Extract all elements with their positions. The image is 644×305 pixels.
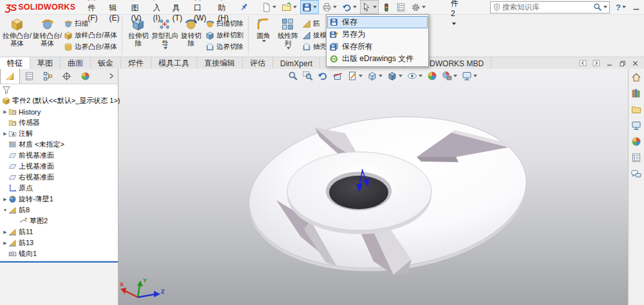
file-explorer-icon[interactable]: [630, 104, 643, 115]
dimxpert-manager-tab[interactable]: [57, 68, 76, 84]
part-menu[interactable]: 零件2: [445, 0, 464, 29]
expand-arrow[interactable]: ▶: [2, 241, 8, 246]
hide-show-items-caret[interactable]: [419, 75, 422, 77]
fillet-caret[interactable]: [262, 40, 266, 42]
tree-root[interactable]: 零件2 (默认<<默认>_显示状态 1>): [0, 95, 118, 106]
doc-forward-icon[interactable]: [592, 59, 600, 67]
search-input[interactable]: [501, 3, 593, 12]
shell-button[interactable]: 抽壳: [302, 41, 327, 52]
extrude-boss-button[interactable]: 拉伸凸台/基体: [2, 15, 32, 55]
previous-view-icon[interactable]: [317, 70, 328, 82]
draft-button[interactable]: 拔模: [302, 30, 327, 41]
design-library-icon[interactable]: [630, 88, 643, 99]
linear-pattern-button[interactable]: 线性阵列: [275, 15, 301, 55]
save-caret[interactable]: [313, 6, 317, 8]
display-manager-tab[interactable]: [76, 68, 95, 84]
view-settings-caret[interactable]: [473, 75, 477, 77]
search-box[interactable]: [490, 1, 610, 14]
feature-tree-tab[interactable]: [0, 68, 20, 84]
graphics-viewport[interactable]: X Y Z: [118, 68, 628, 305]
property-manager-tab[interactable]: [20, 68, 39, 84]
home-icon[interactable]: [630, 71, 643, 83]
section-view-icon[interactable]: [332, 70, 343, 82]
doc-restore-icon[interactable]: [619, 60, 626, 67]
print-button[interactable]: [320, 0, 339, 14]
help-caret[interactable]: [622, 6, 626, 8]
menu-insert[interactable]: 插入(I): [147, 0, 167, 24]
zoom-to-area-icon[interactable]: [302, 70, 314, 82]
boundary-cut-button[interactable]: 边界切除: [205, 41, 243, 52]
menu-tools[interactable]: 工具(T): [167, 0, 188, 24]
undo-button[interactable]: [340, 0, 359, 14]
view-settings-icon[interactable]: [461, 70, 478, 82]
tree-item-sensors[interactable]: 传感器: [0, 117, 118, 128]
tree-item-sketch2[interactable]: 草图2: [0, 216, 118, 226]
menu-help[interactable]: 帮助(H): [212, 0, 234, 24]
rebuild-button[interactable]: [380, 0, 393, 14]
3d-model-disc-part[interactable]: X Y Z: [118, 68, 628, 305]
view-palette-icon[interactable]: [630, 120, 643, 131]
print-caret[interactable]: [333, 6, 337, 8]
tree-item-history[interactable]: ▶History: [0, 106, 118, 117]
pin-icon[interactable]: [240, 3, 249, 12]
tree-item-top-plane[interactable]: 上视基准面: [0, 161, 118, 172]
save-button[interactable]: [300, 0, 319, 14]
tab-weldments[interactable]: 焊件: [121, 57, 151, 69]
forum-icon[interactable]: [630, 168, 643, 180]
tab-direct-editing[interactable]: 直接编辑: [197, 57, 243, 69]
menu-item-save-as[interactable]: 另存为: [327, 28, 428, 41]
expand-arrow[interactable]: ▶: [2, 197, 8, 202]
undo-caret[interactable]: [353, 6, 357, 8]
apply-scene-caret[interactable]: [453, 75, 457, 77]
panel-expand-button[interactable]: [108, 68, 118, 84]
select-caret[interactable]: [373, 6, 377, 8]
menu-view[interactable]: 视图(V): [126, 0, 147, 24]
select-button[interactable]: [360, 0, 379, 14]
loft-boss-button[interactable]: 放样凸台/基体: [64, 30, 117, 41]
annotation-view-caret[interactable]: [359, 75, 363, 77]
expand-arrow[interactable]: ▶: [2, 230, 8, 235]
tab-dimxpert[interactable]: DimXpert: [273, 57, 320, 69]
menu-item-publish-edrawings[interactable]: 出版 eDrawings 文件: [327, 53, 428, 65]
menu-edit[interactable]: 编辑(E): [104, 0, 126, 24]
new-document-caret[interactable]: [272, 6, 276, 8]
linear-pattern-caret[interactable]: [287, 47, 290, 50]
rib-button[interactable]: 筋: [302, 18, 327, 29]
tree-item-material[interactable]: 材质 <未指定>: [0, 139, 118, 150]
tree-item-mirror1[interactable]: 镜向1: [0, 248, 118, 259]
loft-cut-button[interactable]: 放样切割: [205, 30, 243, 41]
apply-scene-icon[interactable]: [441, 70, 458, 82]
menu-item-save-all[interactable]: 保存所有: [327, 41, 428, 53]
hide-show-items-icon[interactable]: [406, 70, 423, 82]
doc-back-icon[interactable]: [579, 59, 587, 67]
expand-arrow[interactable]: ▶: [2, 109, 8, 115]
tree-item-rib8[interactable]: ▼筋8: [0, 205, 118, 216]
tab-sheet-metal[interactable]: 钣金: [91, 57, 121, 69]
help-button[interactable]: ?: [614, 3, 628, 12]
display-style-caret[interactable]: [399, 75, 402, 77]
fillet-button[interactable]: 圆角: [252, 15, 275, 55]
configuration-manager-tab[interactable]: [39, 68, 57, 84]
options-button[interactable]: [409, 0, 428, 14]
edit-appearance-icon[interactable]: [426, 70, 438, 82]
revolve-boss-button[interactable]: 旋转凸台/基体: [32, 15, 62, 55]
options-caret[interactable]: [422, 6, 426, 8]
open-button[interactable]: [279, 0, 299, 14]
menu-file[interactable]: 文件(F): [82, 0, 103, 24]
view-orientation-icon[interactable]: [366, 70, 383, 82]
hub-hole[interactable]: [329, 176, 388, 209]
part-menu-caret[interactable]: [452, 23, 456, 25]
boundary-boss-button[interactable]: 边界凸台/基体: [64, 41, 117, 52]
tab-surfaces[interactable]: 曲面: [61, 57, 91, 69]
hole-wizard-caret[interactable]: [164, 47, 167, 50]
tree-item-front-plane[interactable]: 前视基准面: [0, 150, 118, 161]
zoom-to-fit-icon[interactable]: [287, 70, 299, 82]
menu-item-save[interactable]: 保存: [327, 16, 428, 28]
collapse-arrow[interactable]: ▼: [2, 208, 8, 212]
view-orientation-caret[interactable]: [379, 75, 383, 77]
new-document-button[interactable]: [260, 0, 278, 14]
display-style-icon[interactable]: [386, 70, 403, 82]
tab-evaluate[interactable]: 评估: [243, 57, 273, 69]
tree-item-revolve-thin1[interactable]: ▶旋转-薄壁1: [0, 194, 118, 205]
search-caret[interactable]: [603, 6, 607, 8]
